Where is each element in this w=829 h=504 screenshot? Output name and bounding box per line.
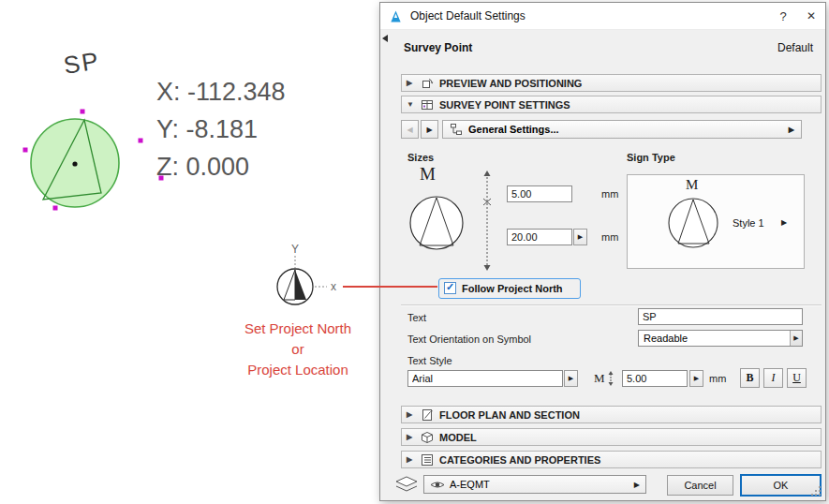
coord-z: Z: 0.000 <box>156 148 286 185</box>
subject-label: Survey Point <box>404 41 472 54</box>
popup-arrow-icon: ▶ <box>578 233 583 241</box>
text-row-label: Text <box>407 312 426 323</box>
font-size-popup-button[interactable]: ▶ <box>689 370 703 387</box>
section-preview-and-positioning[interactable]: ▶ PREVIEW AND POSITIONING <box>401 74 822 92</box>
layer-name: A-EQMT <box>450 479 490 490</box>
layer-dropdown[interactable]: A-EQMT ▶ <box>423 475 646 494</box>
symbol-size-field[interactable] <box>507 229 572 245</box>
section-label: FLOOR PLAN AND SECTION <box>439 409 580 421</box>
style-name-label: Style 1 <box>733 217 764 229</box>
hotspot-handle[interactable] <box>139 139 143 143</box>
coordinate-readout: X: -112.348 Y: -8.181 Z: 0.000 <box>156 73 286 185</box>
default-label: Default <box>777 41 813 54</box>
underline-label: U <box>792 371 801 385</box>
pane-collapse-marker[interactable] <box>382 35 388 42</box>
follow-project-north-label[interactable]: Follow Project North <box>462 283 563 294</box>
section-label: SURVEY POINT SETTINGS <box>439 99 570 111</box>
italic-button[interactable]: I <box>763 368 783 388</box>
ok-label: OK <box>774 480 789 491</box>
hotspot-handle[interactable] <box>53 206 58 211</box>
sign-type-symbol <box>666 196 720 250</box>
font-popup-button[interactable]: ▶ <box>564 370 578 387</box>
orientation-value: Readable <box>644 333 688 344</box>
orientation-dropdown[interactable]: Readable ▶ <box>638 330 803 347</box>
application-window: SP X: -112.348 Y: -8.181 Z: 0.000 Y x Se… <box>0 0 829 504</box>
project-north-symbol: Y x <box>260 241 354 308</box>
dialog-title: Object Default Settings <box>410 9 526 22</box>
text-height-icon: M <box>594 371 614 386</box>
section-categories-and-properties[interactable]: ▶ CATEGORIES AND PROPERTIES <box>401 451 822 468</box>
nav-forward-button[interactable]: ▶ <box>421 120 438 139</box>
app-icon <box>389 9 403 23</box>
section-label: PREVIEW AND POSITIONING <box>439 78 582 89</box>
settings-page-label: General Settings... <box>468 124 559 135</box>
underline-button[interactable]: U <box>787 368 807 388</box>
survey-point-settings-icon <box>421 98 434 111</box>
close-button[interactable]: ✕ <box>797 3 825 29</box>
note-line-2: or <box>214 339 382 360</box>
height-m-glyph: M <box>594 371 605 386</box>
model-cube-icon <box>421 431 434 444</box>
sign-type-group-label: Sign Type <box>627 152 675 163</box>
note-line-1: Set Project North <box>214 319 382 339</box>
back-arrow-icon: ◀ <box>407 126 412 134</box>
section-floor-plan-and-section[interactable]: ▶ FLOOR PLAN AND SECTION <box>401 406 822 423</box>
north-y-axis-label: Y <box>291 243 299 256</box>
follow-project-north-checkbox[interactable]: ✓ <box>444 282 456 294</box>
section-label: MODEL <box>439 432 477 443</box>
chevron-right-icon: ▶ <box>407 410 415 419</box>
resize-grip[interactable] <box>811 486 822 497</box>
unit-label-mm: mm <box>709 373 726 384</box>
hotspot-handle[interactable] <box>81 110 85 114</box>
font-size-field[interactable] <box>622 370 688 387</box>
properties-list-icon <box>421 453 434 467</box>
checkmark-icon: ✓ <box>446 281 454 293</box>
help-button[interactable]: ? <box>769 3 797 29</box>
sign-type-picker[interactable]: M Style 1 ▶ <box>627 174 805 269</box>
popup-arrow-icon[interactable]: ▶ <box>781 218 787 227</box>
symbol-center-dot <box>72 161 77 166</box>
chevron-right-icon: ▶ <box>407 455 415 464</box>
chevron-right-icon: ▶ <box>407 433 415 441</box>
font-name-field[interactable] <box>407 370 563 387</box>
annotation-connector-line <box>343 286 437 288</box>
section-label: CATEGORIES AND PROPERTIES <box>439 454 600 466</box>
unit-label-mm: mm <box>601 231 618 243</box>
orientation-row-label: Text Orientation on Symbol <box>407 334 531 345</box>
section-survey-point-settings[interactable]: ▼ SURVEY POINT SETTINGS <box>401 96 822 113</box>
dialog-titlebar[interactable]: Object Default Settings ? ✕ <box>380 3 825 30</box>
survey-point-symbol[interactable] <box>17 105 176 222</box>
dimension-indicator <box>478 170 498 273</box>
text-style-label: Text Style <box>407 355 452 366</box>
survey-point-text-annotation[interactable]: SP <box>62 46 102 81</box>
symbol-size-popup-button[interactable]: ▶ <box>573 229 587 245</box>
north-x-axis-label: x <box>331 280 336 293</box>
section-model[interactable]: ▶ MODEL <box>401 428 822 446</box>
italic-label: I <box>772 371 776 385</box>
preview-positioning-icon <box>421 77 434 90</box>
preview-m-glyph: M <box>420 164 436 185</box>
ok-button[interactable]: OK <box>740 474 822 497</box>
cancel-label: Cancel <box>684 480 716 491</box>
settings-page-dropdown[interactable]: General Settings... ▶ <box>442 120 802 139</box>
popup-arrow-icon: ▶ <box>789 126 794 134</box>
popup-arrow-icon: ▶ <box>569 375 573 382</box>
divider <box>401 304 822 306</box>
nav-back-button[interactable]: ◀ <box>401 120 419 139</box>
bold-label: B <box>746 371 753 385</box>
eye-icon <box>430 480 445 490</box>
bold-button[interactable]: B <box>740 368 760 388</box>
chevron-right-icon: ▶ <box>407 79 415 87</box>
coord-x: X: -112.348 <box>156 73 286 111</box>
coord-y: Y: -8.181 <box>156 111 286 148</box>
popup-arrow-icon: ▶ <box>694 375 699 382</box>
unit-label-mm: mm <box>601 188 618 200</box>
text-input[interactable] <box>638 308 803 325</box>
layers-icon[interactable] <box>393 474 420 495</box>
floor-plan-icon <box>421 408 434 422</box>
hotspot-handle[interactable] <box>23 148 28 153</box>
cancel-button[interactable]: Cancel <box>667 475 733 496</box>
vertical-arrow-icon <box>607 371 614 386</box>
note-line-3: Project Location <box>214 360 382 380</box>
text-height-field[interactable] <box>507 185 572 202</box>
